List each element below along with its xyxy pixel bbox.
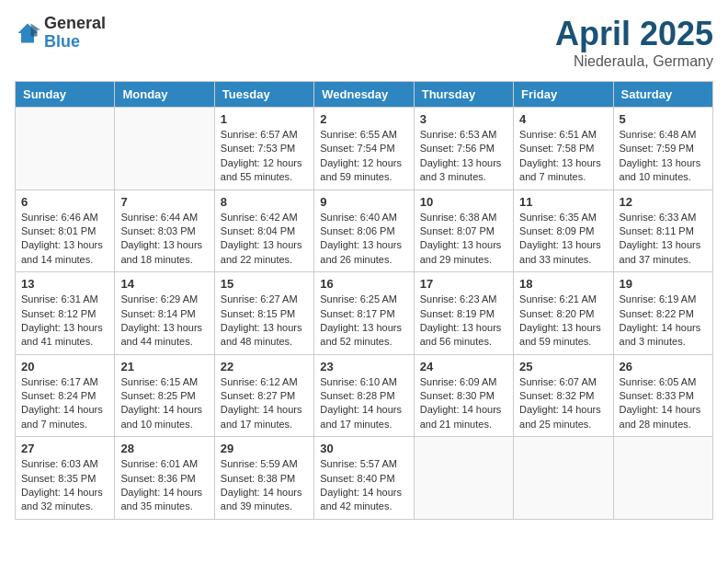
- day-info: Sunrise: 6:31 AM Sunset: 8:12 PM Dayligh…: [21, 293, 108, 350]
- calendar-week-5: 27Sunrise: 6:03 AM Sunset: 8:35 PM Dayli…: [16, 437, 713, 520]
- calendar-cell-week2-day6: 11Sunrise: 6:35 AM Sunset: 8:09 PM Dayli…: [514, 190, 613, 272]
- header-sunday: Sunday: [16, 82, 115, 108]
- header-friday: Friday: [514, 82, 613, 108]
- calendar-week-4: 20Sunrise: 6:17 AM Sunset: 8:24 PM Dayli…: [16, 354, 713, 437]
- day-info: Sunrise: 6:25 AM Sunset: 8:17 PM Dayligh…: [320, 293, 407, 350]
- day-number: 20: [21, 360, 108, 373]
- calendar-cell-week5-day7: [613, 437, 712, 520]
- header-tuesday: Tuesday: [214, 82, 313, 108]
- day-number: 10: [420, 195, 507, 209]
- day-number: 3: [420, 112, 507, 126]
- day-number: 7: [120, 195, 208, 209]
- day-number: 9: [320, 195, 407, 209]
- calendar-cell-week4-day5: 24Sunrise: 6:09 AM Sunset: 8:30 PM Dayli…: [414, 354, 513, 437]
- calendar-cell-week3-day5: 17Sunrise: 6:23 AM Sunset: 8:19 PM Dayli…: [414, 272, 513, 355]
- day-number: 1: [221, 112, 308, 126]
- day-info: Sunrise: 6:38 AM Sunset: 8:07 PM Dayligh…: [420, 211, 507, 268]
- location-title: Niederaula, Germany: [555, 53, 713, 70]
- day-number: 25: [519, 360, 607, 373]
- day-info: Sunrise: 6:29 AM Sunset: 8:14 PM Dayligh…: [120, 293, 208, 350]
- calendar-cell-week4-day6: 25Sunrise: 6:07 AM Sunset: 8:32 PM Dayli…: [514, 354, 613, 437]
- calendar-cell-week4-day7: 26Sunrise: 6:05 AM Sunset: 8:33 PM Dayli…: [613, 354, 712, 437]
- calendar-cell-week1-day1: [16, 108, 115, 190]
- title-area: April 2025 Niederaula, Germany: [555, 15, 713, 70]
- calendar-cell-week2-day1: 6Sunrise: 6:46 AM Sunset: 8:01 PM Daylig…: [16, 190, 115, 272]
- day-info: Sunrise: 6:03 AM Sunset: 8:35 PM Dayligh…: [21, 457, 108, 514]
- day-info: Sunrise: 6:40 AM Sunset: 8:06 PM Dayligh…: [320, 211, 407, 268]
- calendar-cell-week2-day5: 10Sunrise: 6:38 AM Sunset: 8:07 PM Dayli…: [414, 190, 513, 272]
- calendar-cell-week1-day7: 5Sunrise: 6:48 AM Sunset: 7:59 PM Daylig…: [613, 108, 712, 190]
- day-number: 15: [221, 277, 308, 291]
- day-info: Sunrise: 6:55 AM Sunset: 7:54 PM Dayligh…: [320, 128, 407, 185]
- logo: General Blue: [15, 15, 106, 52]
- calendar-cell-week3-day1: 13Sunrise: 6:31 AM Sunset: 8:12 PM Dayli…: [16, 272, 115, 355]
- calendar-cell-week4-day4: 23Sunrise: 6:10 AM Sunset: 8:28 PM Dayli…: [314, 354, 414, 437]
- day-info: Sunrise: 6:46 AM Sunset: 8:01 PM Dayligh…: [21, 211, 108, 268]
- day-number: 13: [21, 277, 108, 291]
- month-title: April 2025: [555, 15, 713, 53]
- day-info: Sunrise: 6:17 AM Sunset: 8:24 PM Dayligh…: [21, 375, 108, 432]
- day-number: 29: [221, 442, 308, 455]
- header-monday: Monday: [115, 82, 214, 108]
- day-info: Sunrise: 6:33 AM Sunset: 8:11 PM Dayligh…: [620, 211, 707, 268]
- calendar-cell-week2-day2: 7Sunrise: 6:44 AM Sunset: 8:03 PM Daylig…: [115, 190, 214, 272]
- day-info: Sunrise: 6:12 AM Sunset: 8:27 PM Dayligh…: [221, 375, 308, 432]
- day-info: Sunrise: 5:59 AM Sunset: 8:38 PM Dayligh…: [221, 457, 308, 514]
- day-info: Sunrise: 6:23 AM Sunset: 8:19 PM Dayligh…: [420, 293, 507, 350]
- day-number: 27: [21, 442, 108, 455]
- day-info: Sunrise: 6:51 AM Sunset: 7:58 PM Dayligh…: [519, 128, 607, 185]
- calendar-cell-week5-day3: 29Sunrise: 5:59 AM Sunset: 8:38 PM Dayli…: [214, 437, 313, 520]
- calendar-cell-week3-day4: 16Sunrise: 6:25 AM Sunset: 8:17 PM Dayli…: [314, 272, 414, 355]
- calendar: SundayMondayTuesdayWednesdayThursdayFrid…: [15, 81, 713, 520]
- calendar-week-1: 1Sunrise: 6:57 AM Sunset: 7:53 PM Daylig…: [16, 108, 713, 190]
- calendar-cell-week3-day6: 18Sunrise: 6:21 AM Sunset: 8:20 PM Dayli…: [514, 272, 613, 355]
- calendar-cell-week1-day6: 4Sunrise: 6:51 AM Sunset: 7:58 PM Daylig…: [514, 108, 613, 190]
- logo-general: General: [44, 15, 106, 33]
- day-number: 26: [620, 360, 707, 373]
- day-info: Sunrise: 6:27 AM Sunset: 8:15 PM Dayligh…: [221, 293, 308, 350]
- logo-text: General Blue: [44, 15, 106, 52]
- day-number: 12: [620, 195, 707, 209]
- calendar-cell-week4-day1: 20Sunrise: 6:17 AM Sunset: 8:24 PM Dayli…: [16, 354, 115, 437]
- svg-marker-1: [31, 23, 41, 36]
- day-info: Sunrise: 6:15 AM Sunset: 8:25 PM Dayligh…: [120, 375, 208, 432]
- day-info: Sunrise: 6:21 AM Sunset: 8:20 PM Dayligh…: [519, 293, 607, 350]
- header-saturday: Saturday: [613, 82, 712, 108]
- header-wednesday: Wednesday: [314, 82, 414, 108]
- calendar-week-2: 6Sunrise: 6:46 AM Sunset: 8:01 PM Daylig…: [16, 190, 713, 272]
- calendar-cell-week2-day7: 12Sunrise: 6:33 AM Sunset: 8:11 PM Dayli…: [613, 190, 712, 272]
- calendar-cell-week1-day3: 1Sunrise: 6:57 AM Sunset: 7:53 PM Daylig…: [214, 108, 313, 190]
- day-info: Sunrise: 6:10 AM Sunset: 8:28 PM Dayligh…: [320, 375, 407, 432]
- day-number: 28: [120, 442, 208, 455]
- logo-blue: Blue: [44, 33, 106, 52]
- day-number: 8: [221, 195, 308, 209]
- day-number: 24: [420, 360, 507, 373]
- calendar-cell-week2-day4: 9Sunrise: 6:40 AM Sunset: 8:06 PM Daylig…: [314, 190, 414, 272]
- day-number: 22: [221, 360, 308, 373]
- day-number: 16: [320, 277, 407, 291]
- day-number: 18: [519, 277, 607, 291]
- header-thursday: Thursday: [414, 82, 513, 108]
- day-info: Sunrise: 5:57 AM Sunset: 8:40 PM Dayligh…: [320, 457, 407, 514]
- day-number: 17: [420, 277, 507, 291]
- day-info: Sunrise: 6:19 AM Sunset: 8:22 PM Dayligh…: [620, 293, 707, 350]
- day-number: 6: [21, 195, 108, 209]
- day-number: 11: [519, 195, 607, 209]
- calendar-cell-week4-day2: 21Sunrise: 6:15 AM Sunset: 8:25 PM Dayli…: [115, 354, 214, 437]
- calendar-cell-week5-day4: 30Sunrise: 5:57 AM Sunset: 8:40 PM Dayli…: [314, 437, 414, 520]
- day-number: 5: [620, 112, 707, 126]
- day-info: Sunrise: 6:01 AM Sunset: 8:36 PM Dayligh…: [120, 457, 208, 514]
- calendar-cell-week3-day7: 19Sunrise: 6:19 AM Sunset: 8:22 PM Dayli…: [613, 272, 712, 355]
- day-info: Sunrise: 6:07 AM Sunset: 8:32 PM Dayligh…: [519, 375, 607, 432]
- calendar-cell-week2-day3: 8Sunrise: 6:42 AM Sunset: 8:04 PM Daylig…: [214, 190, 313, 272]
- day-info: Sunrise: 6:48 AM Sunset: 7:59 PM Dayligh…: [620, 128, 707, 185]
- day-number: 14: [120, 277, 208, 291]
- day-info: Sunrise: 6:53 AM Sunset: 7:56 PM Dayligh…: [420, 128, 507, 185]
- calendar-cell-week1-day4: 2Sunrise: 6:55 AM Sunset: 7:54 PM Daylig…: [314, 108, 414, 190]
- day-info: Sunrise: 6:35 AM Sunset: 8:09 PM Dayligh…: [519, 211, 607, 268]
- day-number: 4: [519, 112, 607, 126]
- header: General Blue April 2025 Niederaula, Germ…: [15, 15, 713, 70]
- calendar-cell-week5-day5: [414, 437, 513, 520]
- day-number: 19: [620, 277, 707, 291]
- day-number: 2: [320, 112, 407, 126]
